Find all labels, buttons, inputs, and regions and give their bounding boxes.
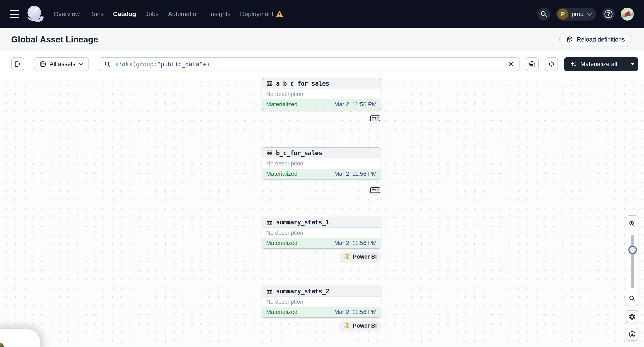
asset-status-row: Materialized Mar 2, 11:56 PM <box>262 238 381 248</box>
reload-definitions-icon <box>566 36 574 43</box>
csv-kind-badge: CSV <box>369 185 381 195</box>
deployment-switcher[interactable]: P prod <box>556 7 596 20</box>
page-title: Global Asset Lineage <box>11 35 98 44</box>
powerbi-label: Power BI <box>353 323 377 329</box>
global-search-button[interactable] <box>538 7 550 20</box>
open-sidebar-button[interactable] <box>11 57 24 71</box>
zoom-slider-track[interactable] <box>631 235 634 288</box>
nav-item-insights[interactable]: Insights <box>209 10 231 18</box>
materialization-timestamp: Mar 2, 11:56 PM <box>334 309 377 316</box>
sparkles-icon <box>570 60 577 68</box>
lineage-canvas[interactable]: a_b_c_for_sales No description Materiali… <box>0 77 644 347</box>
caret-down-icon <box>630 63 634 65</box>
asset-node-header: b_c_for_sales <box>262 148 381 158</box>
warning-icon <box>276 11 283 17</box>
powerbi-icon <box>344 254 350 260</box>
top-nav: Overview Runs Catalog Jobs Automation In… <box>0 0 644 28</box>
asset-node-a_b_c_for_sales[interactable]: a_b_c_for_sales No description Materiali… <box>262 78 381 110</box>
materialize-all-button[interactable]: Materialize all <box>564 57 627 71</box>
page-header: Global Asset Lineage Reload definitions <box>0 28 644 51</box>
primary-nav: Overview Runs Catalog Jobs Automation In… <box>54 10 283 18</box>
nav-item-overview[interactable]: Overview <box>54 10 80 18</box>
zoom-in-button[interactable] <box>626 216 638 232</box>
materialized-status: Materialized <box>266 309 298 316</box>
asset-description: No description <box>262 89 381 99</box>
nav-item-runs[interactable]: Runs <box>89 10 104 18</box>
asset-name: summary_stats_2 <box>276 288 329 295</box>
clear-query-button[interactable] <box>508 61 514 67</box>
help-icon: ? <box>604 10 612 18</box>
zoom-out-icon <box>628 295 636 302</box>
refresh-icon <box>548 60 555 68</box>
help-button[interactable]: ? <box>602 7 615 20</box>
asset-description: No description <box>262 297 381 307</box>
download-icon <box>628 331 636 338</box>
table-icon <box>266 288 273 295</box>
selection-query-text: sinks(group:"public_data"+) <box>115 61 504 68</box>
globe-icon <box>39 60 46 68</box>
materialization-timestamp: Mar 2, 11:56 PM <box>334 101 377 108</box>
asset-name: a_b_c_for_sales <box>276 80 329 87</box>
asset-scope-label: All assets <box>50 61 76 68</box>
csv-icon: CSV <box>370 115 380 121</box>
download-graph-button[interactable] <box>626 328 638 341</box>
materialize-all-split-button: Materialize all <box>564 57 638 71</box>
csv-kind-badge: CSV <box>369 113 381 123</box>
nav-item-automation[interactable]: Automation <box>168 10 200 18</box>
powerbi-icon <box>344 323 350 329</box>
table-icon <box>266 219 273 226</box>
powerbi-kind-badge: Power BI <box>339 321 381 331</box>
asset-name: b_c_for_sales <box>276 149 322 157</box>
zoom-out-button[interactable] <box>626 291 638 306</box>
new-catalog-view-button[interactable] <box>526 57 539 71</box>
nav-item-deployment[interactable]: Deployment <box>240 10 283 18</box>
nav-item-catalog[interactable]: Catalog <box>113 10 136 18</box>
nav-right-cluster: P prod ? <box>538 7 634 20</box>
new-asset-icon <box>529 60 536 68</box>
reload-definitions-button[interactable]: Reload definitions <box>559 32 632 46</box>
materialization-timestamp: Mar 2, 11:56 PM <box>334 240 377 247</box>
asset-status-row: Materialized Mar 2, 11:56 PM <box>262 169 381 179</box>
search-icon <box>104 61 111 67</box>
materialized-status: Materialized <box>266 101 298 108</box>
app-root: Overview Runs Catalog Jobs Automation In… <box>0 0 644 347</box>
minimap-panel <box>0 329 40 347</box>
powerbi-label: Power BI <box>353 253 377 260</box>
asset-name: summary_stats_1 <box>276 219 329 226</box>
asset-scope-dropdown[interactable]: All assets <box>34 57 89 71</box>
materialize-options-button[interactable] <box>627 57 638 71</box>
user-avatar[interactable] <box>621 7 634 20</box>
menu-icon[interactable] <box>10 10 19 18</box>
materialization-timestamp: Mar 2, 11:56 PM <box>334 170 377 177</box>
table-icon <box>266 80 273 87</box>
asset-status-row: Materialized Mar 2, 11:56 PM <box>262 99 381 110</box>
expand-panel-icon <box>14 60 21 68</box>
chevron-down-icon <box>79 63 84 66</box>
lineage-toolbar: All assets sinks(group:"public_data"+) <box>0 51 644 77</box>
asset-node-header: summary_stats_1 <box>262 217 381 228</box>
zoom-slider-thumb[interactable] <box>628 246 637 254</box>
search-icon <box>540 10 548 18</box>
refresh-button[interactable] <box>545 57 558 71</box>
asset-description: No description <box>262 228 381 238</box>
asset-node-header: a_b_c_for_sales <box>262 78 381 89</box>
deployment-initial: P <box>557 8 568 20</box>
chevron-down-icon <box>587 12 592 16</box>
materialized-status: Materialized <box>266 170 298 177</box>
zoom-controls <box>626 215 638 306</box>
asset-node-summary_stats_2[interactable]: summary_stats_2 No description Materiali… <box>262 286 381 318</box>
asset-selection-input[interactable]: sinks(group:"public_data"+) <box>99 57 520 71</box>
powerbi-kind-badge: Power BI <box>339 252 381 262</box>
asset-node-b_c_for_sales[interactable]: b_c_for_sales No description Materialize… <box>262 147 381 180</box>
table-icon <box>266 150 273 156</box>
asset-status-row: Materialized Mar 2, 11:56 PM <box>262 307 381 317</box>
graph-settings-button[interactable] <box>626 310 638 323</box>
nav-item-jobs[interactable]: Jobs <box>146 10 159 18</box>
dagster-logo-icon[interactable] <box>25 4 45 24</box>
asset-node-summary_stats_1[interactable]: summary_stats_1 No description Materiali… <box>262 217 381 249</box>
asset-node-header: summary_stats_2 <box>262 286 381 297</box>
zoom-in-icon <box>628 220 636 227</box>
gear-icon <box>628 313 636 321</box>
deployment-name: prod <box>572 11 584 18</box>
materialize-all-label: Materialize all <box>580 61 617 68</box>
